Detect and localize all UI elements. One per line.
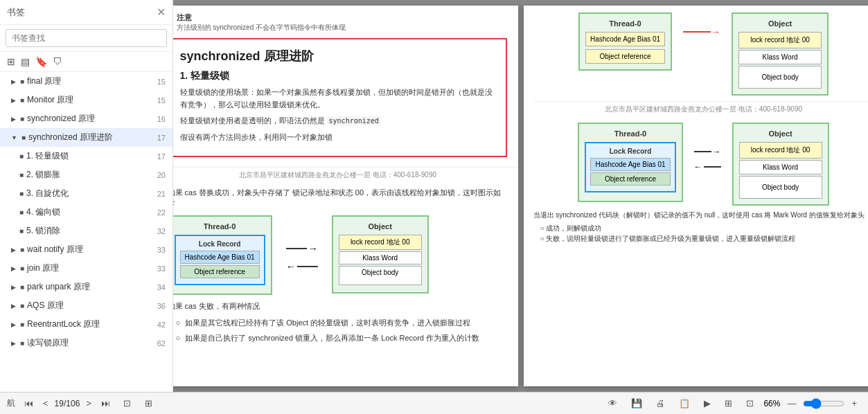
zoom-in-button[interactable]: + [847,397,861,410]
object-title: Object [339,222,422,231]
klass-word-field: Klass Word [339,251,422,264]
nav-label: 航 [7,397,15,409]
sidebar-item-reentrantlock[interactable]: ■ ReentrantLock 原理 42 [0,315,172,334]
highlight-box: synchronized 原理进阶 1. 轻量级锁 轻量级锁的使用场景：如果一个… [173,38,507,157]
code-synchronized: synchronized [327,116,381,125]
section1-title: 1. 轻量级锁 [180,70,496,82]
bullet-icon: ■ [19,190,24,197]
sidebar-header: 书签 ✕ [0,0,172,25]
right-object-box-top: Object lock record 地址 00 Klass Word Obje… [732,12,829,96]
nav-last-button[interactable]: ⏭ [98,397,114,410]
bullet-icon: ■ [21,134,26,141]
main-container: 书签 ✕ ⊞ ▤ 🔖 ⛉ ■ final 原理 15 ■ [0,0,868,392]
page-layout2-icon[interactable]: ⊞ [141,397,157,410]
sidebar-item-synchronized[interactable]: ■ synchronized 原理 16 [0,109,172,128]
lock-record-title: Lock Record [180,240,260,248]
cas-fail-2: ○ 如果是自己执行了 synchronized 锁重入，那么再添加一条 Lock… [176,332,508,345]
nav-section: ⏮ < 19/106 > ⏭ [21,397,114,410]
sidebar-search-container [0,25,172,52]
search-input[interactable] [6,29,167,47]
right-footer-mid: 北京市昌平区建材城西路金燕龙办公楼一层 电话：400-618-9090 [533,101,869,117]
hashcode-obj-top: lock record 地址 00 [738,32,822,48]
sidebar-item-wait-notify[interactable]: ■ wait notify 原理 33 [0,240,172,259]
section1-body1: 轻量级锁的使用场景：如果一个对象虽然有多线程要加锁，但加锁的时间是错开的（也就是… [180,87,496,111]
lock-record-title-right: Lock Record [590,147,670,155]
copy-icon[interactable]: 📋 [675,397,694,410]
sidebar-item-lock-eliminate[interactable]: ■ 5. 锁消除 32 [0,222,172,240]
sidebar-item-readwrite-lock[interactable]: ■ 读写锁原理 62 [0,334,172,352]
sidebar-item-monitor[interactable]: ■ Monitor 原理 15 [0,91,172,109]
close-icon[interactable]: ✕ [157,6,166,19]
pdf-page-right: Thread-0 Hashcode Age Bias 01 Object ref… [524,6,869,386]
bottom-toolbar: 航 ⏮ < 19/106 > ⏭ ⊡ ⊞ 👁 💾 🖨 📋 ▶ ⊞ ⊡ 66% —… [0,392,868,414]
hashcode-bottom-field: Hashcode Age Bias 01 [590,158,670,171]
sidebar-item-lock-inflation[interactable]: ■ 2. 锁膨胀 20 [0,165,172,184]
bullet-icon: ■ [20,339,24,347]
object-ref-bottom-field: Object reference [590,172,670,186]
bullet-icon: ■ [19,152,24,160]
sidebar-item-park-unpark[interactable]: ■ park unpark 原理 34 [0,278,172,296]
play-icon[interactable]: ▶ [700,397,715,410]
nav-first-button[interactable]: ⏮ [21,397,37,410]
save-icon[interactable]: 💾 [627,397,646,410]
sidebar-item-lightweight-lock[interactable]: ■ 1. 轻量级锁 17 [0,147,172,165]
content-area: 注意 方法级别的 synchronized 不会在字节码指令中有所体现 sync… [173,0,868,392]
tag-icon[interactable]: ⛉ [53,56,62,67]
zoom-control: 66% — + [763,397,861,410]
nav-next-button[interactable]: > [82,397,95,410]
bookmark-icon[interactable]: 🔖 [35,56,47,67]
diagram-text: 如果 cas 替换成功，对象头中存储了 锁记录地址和状态 00，表示由该线程给对… [173,187,508,210]
sidebar-item-join[interactable]: ■ join 原理 33 [0,259,172,278]
unlock-fail: ○ 失败，说明轻量级锁进行了锁膨胀或已经升级为重量级锁，进入重量级锁解锁流程 [540,233,869,244]
thread-box: Thread-0 Lock Record Hashcode Age Bias 0… [173,215,272,295]
zoom-out-button[interactable]: — [783,397,800,410]
right-object-box-bottom: Object lock record 地址 00 Klass Word Obje… [732,123,829,206]
page-layout-icon[interactable]: ⊡ [119,397,135,410]
hashcode-field: Hashcode Age Bias 01 [180,251,260,264]
object-body-bottom: Object body [739,176,822,199]
bullet-icon: ■ [19,208,24,216]
bullet-icon: ■ [20,246,24,253]
zoom-slider[interactable] [803,398,844,409]
eye-icon[interactable]: 👁 [604,397,621,410]
bullet-icon: ■ [20,321,24,328]
bullet-icon: ■ [19,171,24,179]
sidebar-item-final[interactable]: ■ final 原理 15 [0,72,172,91]
note-body: 方法级别的 synchronized 不会在字节码指令中有所体现 [177,23,507,33]
print-icon[interactable]: 🖨 [652,397,669,410]
bullet-icon: ■ [20,78,24,85]
left-diagram: Thread-0 Lock Record Hashcode Age Bias 0… [173,215,508,295]
bullet-icon: ■ [20,302,24,309]
object-box-left: Object lock record 地址 00 Klass Word Obje… [332,215,429,294]
cas-fail-1: ○ 如果是其它线程已经持有了该 Object 的轻量级锁，这时表明有竞争，进入锁… [176,317,508,330]
grid-view-icon[interactable]: ⊞ [720,397,736,410]
lock-record-box: Lock Record Hashcode Age Bias 01 Object … [175,235,265,285]
sidebar: 书签 ✕ ⊞ ▤ 🔖 ⛉ ■ final 原理 15 ■ [0,0,173,392]
note-title: 注意 [177,12,507,23]
right-object-title: Object [738,19,822,28]
unlock-text: 当退出 synchronized 代码块（解锁时）锁记录的值不为 null，这时… [533,210,869,220]
bullet-icon: ■ [20,283,24,291]
right-thread-title: Thread-0 [585,19,665,28]
sidebar-item-synchronized-advanced[interactable]: ■ synchronized 原理进阶 17 [0,128,172,147]
lock-record-addr-field: lock record 地址 00 [339,235,422,250]
grid-icon[interactable]: ⊞ [7,56,15,67]
bullet-icon: ■ [19,227,24,235]
left-footer: 北京市昌平区建材城西路金燕龙办公楼一层 电话：400-618-9090 [173,167,518,183]
nav-prev-button[interactable]: < [39,397,52,410]
right-thread-box-top: Thread-0 Hashcode Age Bias 01 Object ref… [578,12,672,71]
list-icon[interactable]: ▤ [21,56,30,67]
right-thread-title-bottom: Thread-0 [585,129,675,138]
lock-record-addr-bottom: lock record 地址 00 [739,142,822,159]
page-info: 19/106 [55,399,80,408]
pdf-page-left: 注意 方法级别的 synchronized 不会在字节码指令中有所体现 sync… [173,6,518,386]
split-icon[interactable]: ⊡ [742,397,758,410]
right-diagram-top: Thread-0 Hashcode Age Bias 01 Object ref… [533,12,869,96]
sidebar-item-biased-lock[interactable]: ■ 4. 偏向锁 22 [0,203,172,222]
sidebar-item-spin-opt[interactable]: ■ 3. 自旋优化 21 [0,184,172,203]
unlock-success: ○ 成功，则解锁成功 [540,223,869,233]
sidebar-toolbar: ⊞ ▤ 🔖 ⛉ [0,52,172,72]
sidebar-list: ■ final 原理 15 ■ Monitor 原理 15 ■ synchron… [0,72,172,392]
right-diagram-bottom: Thread-0 Lock Record Hashcode Age Bias 0… [533,123,869,206]
sidebar-item-aqs[interactable]: ■ AQS 原理 36 [0,296,172,315]
